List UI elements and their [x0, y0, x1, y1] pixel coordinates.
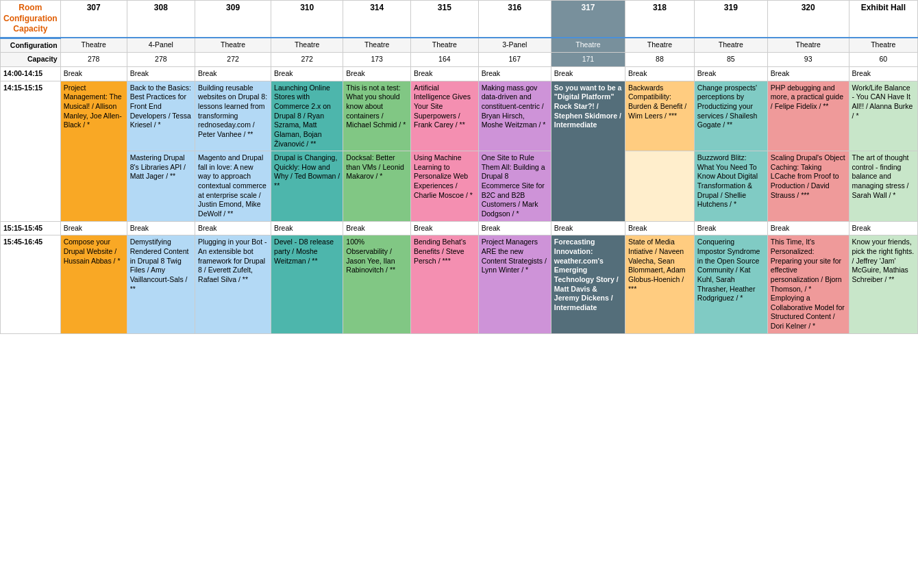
room-318-header: 318 [625, 1, 695, 38]
cap-318: 88 [625, 53, 695, 67]
time-1515: 15:15-15:45 [1, 221, 61, 235]
time-row-1415-bottom: Mastering Drupal 8's Libraries API / Mat… [1, 151, 918, 221]
room-316-header: 316 [478, 1, 551, 38]
room-309-header: 309 [195, 1, 271, 38]
config-307: Theatre [60, 38, 127, 53]
capacity-row: Capacity 278 278 272 272 173 164 167 171… [1, 53, 918, 67]
break-307-1515: Break [60, 221, 127, 235]
break-320-1515: Break [767, 221, 849, 235]
break-320-1400: Break [767, 67, 849, 81]
break-309-1515: Break [195, 221, 271, 235]
cap-319: 85 [694, 53, 767, 67]
session-307-1415[interactable]: Project Management: The Musical! / Allis… [60, 81, 127, 221]
session-319-1415-a[interactable]: Change prospects' perceptions by Product… [694, 81, 767, 151]
break-317-1400: Break [551, 67, 625, 81]
config-318: Theatre [625, 38, 695, 53]
time-1415: 14:15-15:15 [1, 81, 61, 221]
session-308-1545[interactable]: Demystifying Rendered Content in Drupal … [127, 235, 195, 333]
break-315-1515: Break [411, 221, 479, 235]
session-317-1545[interactable]: Forecasting Innovation: weather.com's Em… [551, 235, 625, 333]
break-318-1515: Break [625, 221, 695, 235]
room-config-capacity-header: Room Configuration Capacity [1, 1, 61, 38]
session-319-1545[interactable]: Conquering Impostor Syndrome in the Open… [694, 235, 767, 333]
break-308-1515: Break [127, 221, 195, 235]
break-316-1515: Break [478, 221, 551, 235]
room-314-header: 314 [343, 1, 411, 38]
session-316-1415-b[interactable]: One Site to Rule Them All: Building a Dr… [478, 151, 551, 221]
session-309-1415-b[interactable]: Magento and Drupal fall in love: A new w… [195, 151, 271, 221]
cap-315: 164 [411, 53, 479, 67]
time-1400: 14:00-14:15 [1, 67, 61, 81]
session-318-1415-a[interactable]: Backwards Compatibility: Burden & Benefi… [625, 81, 695, 151]
config-320: Theatre [767, 38, 849, 53]
break-319-1515: Break [694, 221, 767, 235]
room-320-header: 320 [767, 1, 849, 38]
break-315-1400: Break [411, 67, 479, 81]
session-310-1415-a[interactable]: Launching Online Stores with Commerce 2.… [271, 81, 343, 151]
room-315-header: 315 [411, 1, 479, 38]
capacity-label: Capacity [1, 53, 61, 67]
session-309-1545[interactable]: Plugging in your Bot - An extensible bot… [195, 235, 271, 333]
time-row-1545: 15:45-16:45 Compose your Drupal Website … [1, 235, 918, 333]
session-315-1545[interactable]: Bending Behat's Benefits / Steve Persch … [411, 235, 479, 333]
session-309-1415-a[interactable]: Building reusable websites on Drupal 8: … [195, 81, 271, 151]
break-318-1400: Break [625, 67, 695, 81]
main-header-row: Room Configuration Capacity 307 308 309 … [1, 1, 918, 38]
room-307-header: 307 [60, 1, 127, 38]
cap-316: 167 [478, 53, 551, 67]
break-exhibit-1400: Break [849, 67, 917, 81]
config-317: Theatre [551, 38, 625, 53]
session-314-1415-b[interactable]: Docksal: Better than VMs / Leonid Makaro… [343, 151, 411, 221]
config-310: Theatre [271, 38, 343, 53]
break-310-1400: Break [271, 67, 343, 81]
config-314: Theatre [343, 38, 411, 53]
break-307-1400: Break [60, 67, 127, 81]
time-row-1400: 14:00-14:15 Break Break Break Break Brea… [1, 67, 918, 81]
session-307-1545[interactable]: Compose your Drupal Website / Hussain Ab… [60, 235, 127, 333]
cap-320: 93 [767, 53, 849, 67]
session-exhibit-1415-b[interactable]: The art of thought control - finding bal… [849, 151, 917, 221]
configuration-label: Configuration [1, 38, 61, 53]
cap-310: 272 [271, 53, 343, 67]
break-exhibit-1515: Break [849, 221, 917, 235]
config-exhibit: Theatre [849, 38, 917, 53]
session-317-1415[interactable]: So you want to be a "Digital Platform" R… [551, 81, 625, 221]
config-316: 3-Panel [478, 38, 551, 53]
session-318-1545[interactable]: State of Media Intiative / Naveen Valech… [625, 235, 695, 333]
break-310-1515: Break [271, 221, 343, 235]
configuration-row: Configuration Theatre 4-Panel Theatre Th… [1, 38, 918, 53]
session-318-1415-b[interactable] [625, 151, 695, 221]
session-314-1415-a[interactable]: This is not a test: What you should know… [343, 81, 411, 151]
session-exhibit-1545[interactable]: Know your friends, pick the right fights… [849, 235, 917, 333]
break-317-1515: Break [551, 221, 625, 235]
session-315-1415-a[interactable]: Artificial Intelligence Gives Your Site … [411, 81, 479, 151]
session-310-1415-b[interactable]: Drupal is Changing, Quickly: How and Why… [271, 151, 343, 221]
config-319: Theatre [694, 38, 767, 53]
session-316-1545[interactable]: Project Managers ARE the new Content Str… [478, 235, 551, 333]
break-308-1400: Break [127, 67, 195, 81]
cap-308: 278 [127, 53, 195, 67]
cap-309: 272 [195, 53, 271, 67]
session-exhibit-1415-a[interactable]: Work/Life Balance - You CAN Have It All!… [849, 81, 917, 151]
session-320-1545[interactable]: This Time, It's Personalized: Preparing … [767, 235, 849, 333]
cap-307: 278 [60, 53, 127, 67]
session-314-1545[interactable]: 100% Observability / Jason Yee, Ilan Rab… [343, 235, 411, 333]
session-308-1415-a[interactable]: Back to the Basics: Best Practices for F… [127, 81, 195, 151]
session-319-1415-b[interactable]: Buzzword Blitz: What You Need To Know Ab… [694, 151, 767, 221]
session-315-1415-b[interactable]: Using Machine Learning to Personalize We… [411, 151, 479, 221]
session-320-1415-b[interactable]: Scaling Drupal's Object Caching: Taking … [767, 151, 849, 221]
break-316-1400: Break [478, 67, 551, 81]
room-319-header: 319 [694, 1, 767, 38]
room-exhibit-header: Exhibit Hall [849, 1, 917, 38]
room-317-header: 317 [551, 1, 625, 38]
session-320-1415-a[interactable]: PHP debugging and more, a practical guid… [767, 81, 849, 151]
session-310-1545[interactable]: Devel - D8 release party / Moshe Weitzma… [271, 235, 343, 333]
room-308-header: 308 [127, 1, 195, 38]
room-label: Room Configuration Capacity [3, 3, 58, 35]
break-309-1400: Break [195, 67, 271, 81]
session-316-1415-a[interactable]: Making mass.gov data-driven and constitu… [478, 81, 551, 151]
break-314-1515: Break [343, 221, 411, 235]
time-row-1415-top: 14:15-15:15 Project Management: The Musi… [1, 81, 918, 151]
session-308-1415-b[interactable]: Mastering Drupal 8's Libraries API / Mat… [127, 151, 195, 221]
config-309: Theatre [195, 38, 271, 53]
